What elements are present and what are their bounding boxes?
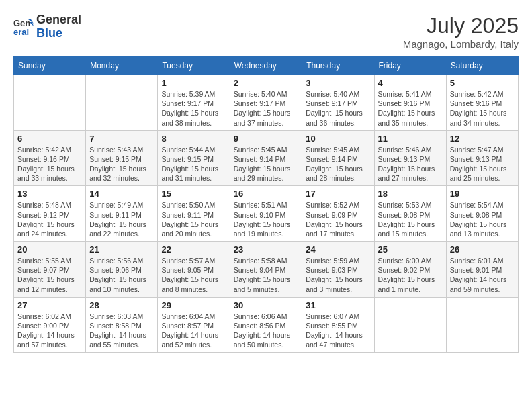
day-number: 23 <box>234 244 299 255</box>
day-number: 17 <box>306 189 370 199</box>
day-info: Sunrise: 6:06 AMSunset: 8:56 PMDaylight:… <box>234 312 299 350</box>
calendar-cell: 21Sunrise: 5:56 AMSunset: 9:06 PMDayligh… <box>86 242 158 298</box>
calendar-cell: 15Sunrise: 5:50 AMSunset: 9:11 PMDayligh… <box>158 186 230 242</box>
calendar-cell: 27Sunrise: 6:02 AMSunset: 9:00 PMDayligh… <box>14 297 86 353</box>
calendar-cell: 31Sunrise: 6:07 AMSunset: 8:55 PMDayligh… <box>302 297 374 353</box>
calendar-cell: 10Sunrise: 5:45 AMSunset: 9:14 PMDayligh… <box>302 130 374 186</box>
day-number: 29 <box>161 300 226 310</box>
title-block: July 2025 Magnago, Lombardy, Italy <box>403 13 519 50</box>
day-info: Sunrise: 5:52 AMSunset: 9:09 PMDaylight:… <box>306 200 370 238</box>
day-number: 12 <box>450 134 515 144</box>
calendar-week-row: 1Sunrise: 5:39 AMSunset: 9:17 PMDaylight… <box>14 75 519 131</box>
calendar-cell: 17Sunrise: 5:52 AMSunset: 9:09 PMDayligh… <box>302 186 374 242</box>
day-number: 28 <box>89 300 154 310</box>
logo: Gen eral General Blue <box>13 13 81 40</box>
day-info: Sunrise: 5:42 AMSunset: 9:16 PMDaylight:… <box>450 89 515 128</box>
location: Magnago, Lombardy, Italy <box>403 38 519 50</box>
calendar-cell: 6Sunrise: 5:42 AMSunset: 9:16 PMDaylight… <box>14 130 86 186</box>
calendar-cell: 3Sunrise: 5:40 AMSunset: 9:17 PMDaylight… <box>302 75 374 131</box>
day-number: 26 <box>450 244 515 255</box>
logo-text: General Blue <box>36 13 81 40</box>
calendar-week-row: 6Sunrise: 5:42 AMSunset: 9:16 PMDaylight… <box>14 130 519 186</box>
day-number: 8 <box>161 134 226 144</box>
day-number: 21 <box>89 244 154 255</box>
svg-text:eral: eral <box>13 27 29 37</box>
calendar-cell: 7Sunrise: 5:43 AMSunset: 9:15 PMDaylight… <box>86 130 158 186</box>
calendar-cell: 30Sunrise: 6:06 AMSunset: 8:56 PMDayligh… <box>230 297 302 353</box>
calendar-cell: 20Sunrise: 5:55 AMSunset: 9:07 PMDayligh… <box>14 242 86 298</box>
day-number: 25 <box>378 244 443 255</box>
day-info: Sunrise: 5:57 AMSunset: 9:05 PMDaylight:… <box>161 256 226 294</box>
day-number: 19 <box>450 189 515 199</box>
day-info: Sunrise: 5:55 AMSunset: 9:07 PMDaylight:… <box>17 256 82 294</box>
day-info: Sunrise: 6:07 AMSunset: 8:55 PMDaylight:… <box>306 312 370 350</box>
day-number: 2 <box>234 78 299 88</box>
weekday-header: Saturday <box>446 57 518 75</box>
calendar-cell: 29Sunrise: 6:04 AMSunset: 8:57 PMDayligh… <box>158 297 230 353</box>
day-info: Sunrise: 5:42 AMSunset: 9:16 PMDaylight:… <box>17 145 82 183</box>
day-number: 16 <box>234 189 299 199</box>
day-info: Sunrise: 5:43 AMSunset: 9:15 PMDaylight:… <box>89 145 154 183</box>
day-info: Sunrise: 5:58 AMSunset: 9:04 PMDaylight:… <box>234 256 299 294</box>
calendar-week-row: 13Sunrise: 5:48 AMSunset: 9:12 PMDayligh… <box>14 186 519 242</box>
day-info: Sunrise: 6:03 AMSunset: 8:58 PMDaylight:… <box>89 312 154 350</box>
calendar-cell: 28Sunrise: 6:03 AMSunset: 8:58 PMDayligh… <box>86 297 158 353</box>
day-number: 30 <box>234 300 299 310</box>
month-title: July 2025 <box>403 13 519 38</box>
day-number: 13 <box>17 189 82 199</box>
day-number: 1 <box>161 78 226 88</box>
day-info: Sunrise: 5:45 AMSunset: 9:14 PMDaylight:… <box>306 145 370 183</box>
day-number: 9 <box>234 134 299 144</box>
day-info: Sunrise: 5:50 AMSunset: 9:11 PMDaylight:… <box>161 200 226 238</box>
calendar-cell: 26Sunrise: 6:01 AMSunset: 9:01 PMDayligh… <box>446 242 518 298</box>
day-info: Sunrise: 5:56 AMSunset: 9:06 PMDaylight:… <box>89 256 154 294</box>
calendar-cell: 22Sunrise: 5:57 AMSunset: 9:05 PMDayligh… <box>158 242 230 298</box>
calendar-cell: 9Sunrise: 5:45 AMSunset: 9:14 PMDaylight… <box>230 130 302 186</box>
calendar-cell: 5Sunrise: 5:42 AMSunset: 9:16 PMDaylight… <box>446 75 518 131</box>
logo-icon: Gen eral <box>13 17 34 37</box>
day-info: Sunrise: 5:53 AMSunset: 9:08 PMDaylight:… <box>378 200 443 238</box>
day-number: 3 <box>306 78 370 88</box>
day-number: 15 <box>161 189 226 199</box>
day-number: 5 <box>450 78 515 88</box>
day-info: Sunrise: 5:47 AMSunset: 9:13 PMDaylight:… <box>450 145 515 183</box>
calendar-cell: 12Sunrise: 5:47 AMSunset: 9:13 PMDayligh… <box>446 130 518 186</box>
calendar-cell: 4Sunrise: 5:41 AMSunset: 9:16 PMDaylight… <box>374 75 446 131</box>
day-number: 31 <box>306 300 370 310</box>
calendar-cell: 18Sunrise: 5:53 AMSunset: 9:08 PMDayligh… <box>374 186 446 242</box>
calendar-cell: 13Sunrise: 5:48 AMSunset: 9:12 PMDayligh… <box>14 186 86 242</box>
calendar-cell: 8Sunrise: 5:44 AMSunset: 9:15 PMDaylight… <box>158 130 230 186</box>
day-number: 6 <box>17 134 82 144</box>
day-info: Sunrise: 5:51 AMSunset: 9:10 PMDaylight:… <box>234 200 299 238</box>
weekday-header: Sunday <box>14 57 86 75</box>
day-info: Sunrise: 5:39 AMSunset: 9:17 PMDaylight:… <box>161 89 226 128</box>
calendar-cell: 1Sunrise: 5:39 AMSunset: 9:17 PMDaylight… <box>158 75 230 131</box>
day-info: Sunrise: 5:44 AMSunset: 9:15 PMDaylight:… <box>161 145 226 183</box>
day-number: 22 <box>161 244 226 255</box>
day-number: 24 <box>306 244 370 255</box>
calendar-cell: 23Sunrise: 5:58 AMSunset: 9:04 PMDayligh… <box>230 242 302 298</box>
day-info: Sunrise: 6:04 AMSunset: 8:57 PMDaylight:… <box>161 312 226 350</box>
weekday-header: Tuesday <box>158 57 230 75</box>
day-info: Sunrise: 6:00 AMSunset: 9:02 PMDaylight:… <box>378 256 443 294</box>
page-header: Gen eral General Blue July 2025 Magnago,… <box>13 13 519 50</box>
day-info: Sunrise: 5:59 AMSunset: 9:03 PMDaylight:… <box>306 256 370 294</box>
day-number: 7 <box>89 134 154 144</box>
day-info: Sunrise: 5:40 AMSunset: 9:17 PMDaylight:… <box>306 89 370 128</box>
calendar-cell: 11Sunrise: 5:46 AMSunset: 9:13 PMDayligh… <box>374 130 446 186</box>
day-info: Sunrise: 6:01 AMSunset: 9:01 PMDaylight:… <box>450 256 515 294</box>
calendar-cell <box>86 75 158 131</box>
day-info: Sunrise: 5:48 AMSunset: 9:12 PMDaylight:… <box>17 200 82 238</box>
weekday-header: Friday <box>374 57 446 75</box>
day-number: 27 <box>17 300 82 310</box>
day-number: 20 <box>17 244 82 255</box>
calendar-cell: 19Sunrise: 5:54 AMSunset: 9:08 PMDayligh… <box>446 186 518 242</box>
weekday-header: Wednesday <box>230 57 302 75</box>
weekday-header: Monday <box>86 57 158 75</box>
day-number: 14 <box>89 189 154 199</box>
day-number: 11 <box>378 134 443 144</box>
day-info: Sunrise: 5:49 AMSunset: 9:11 PMDaylight:… <box>89 200 154 238</box>
calendar-cell <box>374 297 446 353</box>
day-number: 4 <box>378 78 443 88</box>
calendar-cell: 24Sunrise: 5:59 AMSunset: 9:03 PMDayligh… <box>302 242 374 298</box>
